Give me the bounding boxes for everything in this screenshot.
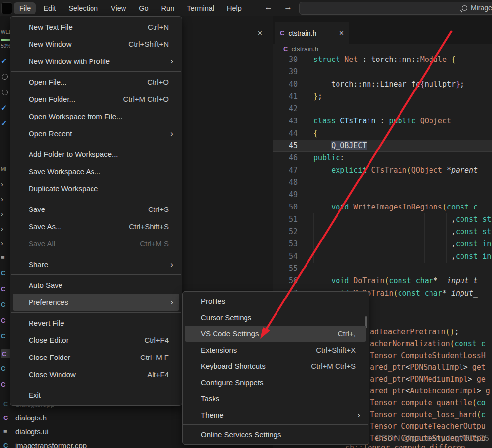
- menubar-item-go[interactable]: Go: [133, 2, 154, 14]
- file-label: dialogts.ui: [15, 427, 49, 436]
- chevron-right-icon[interactable]: ›: [1, 180, 3, 188]
- menu-item-revert-file[interactable]: Revert File: [13, 314, 179, 331]
- menu-item-save-all[interactable]: Save AllCtrl+M S: [13, 235, 179, 252]
- menu-item-open-folder[interactable]: Open Folder...Ctrl+M Ctrl+O: [13, 90, 179, 108]
- code-line-47: 47 explicit CTsTrain(QObject *parent: [273, 164, 492, 177]
- code-line-51: 51 ,const st: [273, 213, 492, 226]
- chevron-right-icon[interactable]: ›: [1, 195, 3, 203]
- code-lines[interactable]: 30struct Net : torch::nn::Module {3940 t…: [273, 54, 492, 299]
- h-file-icon[interactable]: C: [1, 285, 11, 293]
- panel-label: 50%: [1, 43, 11, 49]
- circle-icon[interactable]: [2, 90, 8, 95]
- circle-icon[interactable]: [2, 74, 8, 80]
- menu-item-vs-code-settings[interactable]: VS Code SettingsCtrl+,: [185, 326, 366, 342]
- tab-label: ctstrain.h: [288, 30, 316, 37]
- menu-item-preferences[interactable]: Preferences›: [13, 294, 179, 311]
- menu-separator: [11, 312, 181, 313]
- menu-item-close-editor[interactable]: Close EditorCtrl+F4: [13, 331, 179, 349]
- h-file-icon[interactable]: C: [1, 381, 11, 388]
- code-fragment: acherNormalization(const c: [370, 338, 490, 350]
- menubar-item-edit[interactable]: Edit: [38, 2, 61, 14]
- menu-item-new-window-with-profile[interactable]: New Window with Profile›: [13, 53, 179, 70]
- code-line-44: 44{: [273, 127, 492, 140]
- line-number: 50: [273, 201, 298, 213]
- check-icon[interactable]: ✓: [1, 119, 7, 128]
- menu-item-duplicate-workspace[interactable]: Duplicate Workspace: [13, 180, 179, 197]
- shortcut-label: Ctrl+S: [148, 205, 169, 213]
- cpp-file-icon[interactable]: C: [1, 301, 11, 308]
- menu-item-save-as[interactable]: Save As...Ctrl+Shift+S: [13, 218, 179, 235]
- shortcut-label: Ctrl+Shift+S: [129, 222, 169, 231]
- menubar-item-selection[interactable]: Selection: [63, 2, 103, 14]
- menu-item-new-text-file[interactable]: New Text FileCtrl+N: [13, 18, 179, 35]
- menu-item-online-services-settings[interactable]: Online Services Settings: [185, 426, 366, 443]
- menu-item-exit[interactable]: Exit: [13, 387, 179, 404]
- menu-item-open-recent[interactable]: Open Recent›: [13, 125, 179, 142]
- command-center-search[interactable]: MirageTra: [299, 2, 492, 15]
- menu-item-configure-snippets[interactable]: Configure Snippets: [185, 374, 366, 390]
- file-label: imagetransformer.cpp: [15, 441, 87, 448]
- line-number: 39: [273, 66, 298, 78]
- code-line-56: 56 void DoTrain(const char* input_t: [273, 275, 492, 287]
- ui-file-icon[interactable]: ≡: [1, 254, 11, 261]
- left-strip: WEL50%✓✓✓MI›››››≡CCCCCCCC: [0, 0, 11, 448]
- code-line-30: 30struct Net : torch::nn::Module {: [273, 54, 492, 66]
- code-line-52: 52 ,const st: [273, 226, 492, 238]
- check-icon[interactable]: ✓: [1, 103, 7, 112]
- menu-item-save-workspace-as[interactable]: Save Workspace As...: [13, 163, 179, 180]
- explorer-item-dialogts-h[interactable]: Cdialogts.h: [0, 411, 182, 424]
- menu-item-new-window[interactable]: New WindowCtrl+Shift+N: [13, 35, 179, 53]
- submenu-chevron-icon: ›: [170, 298, 173, 307]
- menu-item-open-workspace-from-file[interactable]: Open Workspace from File...: [13, 108, 179, 125]
- menu-item-extensions[interactable]: ExtensionsCtrl+Shift+X: [185, 342, 366, 358]
- menu-item-theme[interactable]: Theme›: [185, 407, 366, 423]
- check-icon[interactable]: ✓: [1, 57, 7, 65]
- menu-item-save[interactable]: SaveCtrl+S: [13, 201, 179, 218]
- c-header-file-icon: C: [280, 30, 284, 37]
- line-number: 49: [273, 189, 298, 201]
- menu-item-add-folder-to-workspace[interactable]: Add Folder to Workspace...: [13, 146, 179, 163]
- cpp-file-icon[interactable]: C: [1, 332, 11, 340]
- line-number: 51: [273, 213, 298, 226]
- line-number: 54: [273, 250, 298, 263]
- vscode-window: C ctstrain.h × C ctstrain.h 30struct Net…: [0, 0, 492, 448]
- menu-item-auto-save[interactable]: Auto Save: [13, 276, 179, 294]
- tab-close-icon[interactable]: ×: [339, 29, 344, 38]
- menu-item-close-window[interactable]: Close WindowAlt+F4: [13, 366, 179, 383]
- menu-item-cursor-settings[interactable]: Cursor Settings: [185, 309, 366, 326]
- menu-item-profiles[interactable]: Profiles: [185, 293, 366, 309]
- cpp-file-icon[interactable]: C: [1, 269, 11, 277]
- menubar-item-view[interactable]: View: [105, 2, 131, 14]
- app-logo-icon[interactable]: [1, 2, 12, 14]
- h-file-icon[interactable]: C: [1, 317, 11, 324]
- line-number: 41: [273, 90, 298, 103]
- nav-forward-icon[interactable]: →: [284, 2, 292, 12]
- breadcrumb[interactable]: C ctstrain.h: [273, 44, 492, 54]
- menubar-item-file[interactable]: File: [14, 2, 36, 14]
- chevron-right-icon[interactable]: ›: [1, 209, 3, 218]
- menubar-item-run[interactable]: Run: [156, 2, 180, 14]
- cpp-file-icon[interactable]: C: [1, 365, 11, 372]
- chevron-right-icon[interactable]: ›: [1, 224, 3, 233]
- tab-ctstrain-h[interactable]: C ctstrain.h ×: [275, 22, 349, 44]
- menu-item-tasks[interactable]: Tasks: [185, 390, 366, 407]
- menu-separator: [11, 144, 181, 144]
- line-number: 44: [273, 127, 298, 140]
- chevron-right-icon[interactable]: ›: [1, 239, 3, 247]
- menu-item-keyboard-shortcuts[interactable]: Keyboard ShortcutsCtrl+M Ctrl+S: [185, 358, 366, 374]
- menu-item-close-folder[interactable]: Close FolderCtrl+M F: [13, 349, 179, 366]
- menubar-item-help[interactable]: Help: [221, 2, 247, 14]
- explorer-item-imagetransformer-cpp[interactable]: Cimagetransformer.cpp: [0, 438, 182, 448]
- menu-item-open-file[interactable]: Open File...Ctrl+O: [13, 73, 179, 90]
- code-line-43: 43class CTsTrain : public QObject: [273, 115, 492, 127]
- menu-item-share[interactable]: Share›: [13, 256, 179, 273]
- close-icon[interactable]: ×: [258, 29, 262, 38]
- nav-back-icon[interactable]: ←: [264, 2, 273, 12]
- code-fragment: Tensor compute_quantile(co: [370, 397, 490, 409]
- code-line-41: 41};: [273, 90, 492, 103]
- code-fragments: adTeacherPretrain();acherNormalization(c…: [370, 326, 490, 444]
- menubar-item-terminal[interactable]: Terminal: [182, 2, 219, 14]
- explorer-item-dialogts-ui[interactable]: ≡dialogts.ui: [0, 424, 182, 438]
- shortcut-label: Ctrl+O: [147, 78, 169, 86]
- c-header-file-icon: C: [283, 45, 288, 53]
